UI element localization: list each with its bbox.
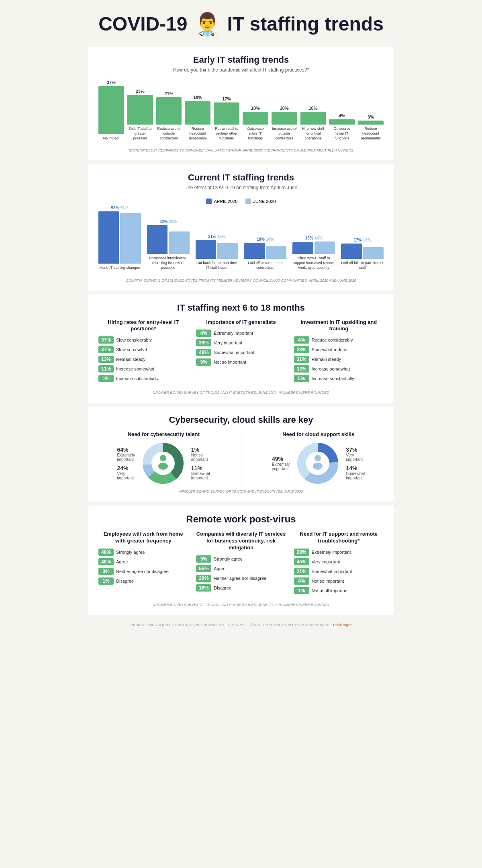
stat-label-3: Not so important <box>312 579 384 583</box>
stat-row-1: 37% Slow somewhat <box>98 346 188 353</box>
bar-fill-7 <box>300 112 326 125</box>
stat-pct-3: 1% <box>98 577 114 585</box>
pct-row-3: 18% 14% <box>257 237 274 242</box>
stat-label-2: Remain steady <box>116 357 188 362</box>
bar-apr-2 <box>196 240 216 259</box>
hiring-list: 37% Slow considerably 37% Slow somewhat … <box>98 336 188 382</box>
stat-label-1: Very important <box>312 559 384 564</box>
stat-label-1: Agree <box>116 559 188 564</box>
stat-pct-0: 4% <box>294 336 309 344</box>
stat-row-2: 3% Neither agree nor disagree <box>98 568 188 575</box>
doctor-icon: 👨‍⚕️ <box>194 12 221 37</box>
bar-pct-6: 10% <box>280 106 289 111</box>
stat-label-3: Disagree <box>214 585 286 590</box>
cyber-section-title: Cybersecurity, cloud skills are key <box>98 415 384 425</box>
bar-group-5 <box>341 244 384 259</box>
bar-pct-4: 17% <box>222 96 231 101</box>
bar-jun-4 <box>315 242 335 254</box>
cyber-label-11: 11% Somewhatimportant <box>191 465 210 480</box>
legend-april: APRIL 2020 <box>206 199 237 204</box>
bar-jun-3 <box>266 246 286 259</box>
bar-pct-9: 3% <box>368 115 374 119</box>
stat-label-3: Increase somewhat <box>116 366 188 371</box>
stat-label-3: Increase somewhat <box>312 366 384 371</box>
diversify-list: 9% Strongly agree 55% Agree 20% Neither … <box>196 555 286 592</box>
remote-section: Remote work post-virus Employees will wo… <box>88 506 394 615</box>
stat-label-2: Neither agree nor disagree <box>214 576 286 581</box>
next-months-title: IT staffing next 6 to 18 months <box>98 303 384 313</box>
bar-cur-label-4: Hired new IT staff to support increased … <box>292 256 335 270</box>
current-bar-0: 58% 56% Made IT staffing changes <box>98 206 141 270</box>
support-col: Need for IT support and remote troublesh… <box>294 531 384 597</box>
bar-fill-3 <box>185 101 210 125</box>
stat-pct-1: 39% <box>196 339 211 346</box>
stat-pct-3: 4% <box>294 577 309 585</box>
cloud-right-labels: 37% Veryimportant 14% Somewhatimportant <box>346 446 365 480</box>
legend-april-dot <box>206 199 212 204</box>
hiring-title: Hiring rates for entry-level IT position… <box>98 319 188 333</box>
stat-row-3: 4% Not so important <box>294 577 384 585</box>
bar-label-9: Reduce headcount permanently <box>358 127 384 141</box>
pct-row-1: 32% 25% <box>159 219 177 224</box>
pct-row-4: 13% 14% <box>305 236 323 240</box>
stat-row-0: 4% Extremely important <box>196 330 286 337</box>
current-title: Current IT staffing trends <box>98 172 384 183</box>
bar-fill-1 <box>127 95 153 125</box>
stat-row-3: 32% Increase somewhat <box>294 365 384 373</box>
early-bar-5: 10% Outsource more IT functions <box>243 106 268 141</box>
early-bar-1: 23% Shift IT staff to greater priorities <box>127 89 153 141</box>
early-bar-9: 3% Reduce headcount permanently <box>358 115 384 141</box>
stat-pct-0: 48% <box>98 549 114 556</box>
stat-pct-2: 13% <box>98 356 114 363</box>
cloud-label-37: 37% Veryimportant <box>346 446 365 462</box>
early-bar-0: 37% No impact <box>98 80 124 141</box>
stat-label-1: Very important <box>214 340 286 345</box>
bar-fill-8 <box>329 119 355 125</box>
current-bar-1: 32% 25% Postponed inter­viewing, recruit… <box>147 219 190 270</box>
svg-point-6 <box>158 463 168 470</box>
bar-label-7: Hire new staff for critical operations <box>300 127 326 141</box>
current-bar-3: 18% 14% Laid off or suspended contractor… <box>244 237 286 270</box>
early-bar-8: 4% Outsource fewer IT functions <box>329 113 355 141</box>
remote-content: Employees will work from home with great… <box>98 531 384 597</box>
pct-row-0: 58% 56% <box>111 206 128 210</box>
remote-footnote: NPOWER BOARD SURVEY OF 75 CIOS AND IT EX… <box>98 603 384 607</box>
stat-label-2: Remain steady <box>312 357 384 362</box>
stat-row-3: 11% Increase somewhat <box>98 365 188 373</box>
current-bar-2: 21% 18% Cut back full- or part-time IT s… <box>196 234 238 270</box>
stat-row-0: 37% Slow considerably <box>98 336 188 344</box>
bar-pct-8: 4% <box>339 113 345 118</box>
bar-pct-0: 37% <box>107 80 116 85</box>
stat-pct-4: 5% <box>294 375 309 382</box>
cyber-content: Need for cybersecurity talent 64% Extrem… <box>98 431 384 485</box>
bar-group-0 <box>98 211 141 264</box>
bar-jun-5 <box>363 247 384 259</box>
title-it: IT staffing trends <box>227 14 384 35</box>
bar-fill-0 <box>98 86 124 134</box>
stat-pct-1: 48% <box>98 558 114 565</box>
stat-row-2: 21% Somewhat important <box>294 568 384 575</box>
stat-pct-4: 1% <box>98 375 114 382</box>
next-months-content: Hiring rates for entry-level IT position… <box>98 319 384 385</box>
cloud-col-title: Need for cloud support skills <box>253 431 384 437</box>
bar-label-5: Outsource more IT functions <box>243 127 268 141</box>
bar-cur-label-5: Laid off full- or part-time IT staff <box>341 261 384 270</box>
stat-pct-0: 37% <box>98 336 114 344</box>
bar-apr-0 <box>98 211 119 264</box>
cloud-label-49: 49% Extremelyimportant <box>272 456 290 471</box>
cyber-divider <box>241 431 241 485</box>
early-subtitle: How do you think the pandemic will affec… <box>98 67 384 73</box>
stat-label-1: Agree <box>214 566 286 571</box>
upskilling-title: Investment in IT upskilling and training <box>294 319 384 333</box>
cyber-label-1: 1% Not soimportant <box>191 446 210 462</box>
stat-label-0: Strongly agree <box>214 557 286 561</box>
bar-label-0: No impact <box>103 136 120 141</box>
bar-pct-2: 21% <box>164 91 173 96</box>
stat-row-3: 9% Not so important <box>196 358 286 366</box>
current-bar-4: 13% 14% Hired new IT staff to support in… <box>292 236 335 270</box>
stat-pct-1: 55% <box>196 565 211 572</box>
cyber-footnote: NPOWER BOARD SURVEY OF 75 CIOS AND IT EX… <box>98 489 384 493</box>
remote-title: Remote work post-virus <box>98 514 384 525</box>
legend-june-label: JUNE 2020 <box>253 199 276 204</box>
stat-row-1: 28% Somewhat reduce <box>294 346 384 353</box>
